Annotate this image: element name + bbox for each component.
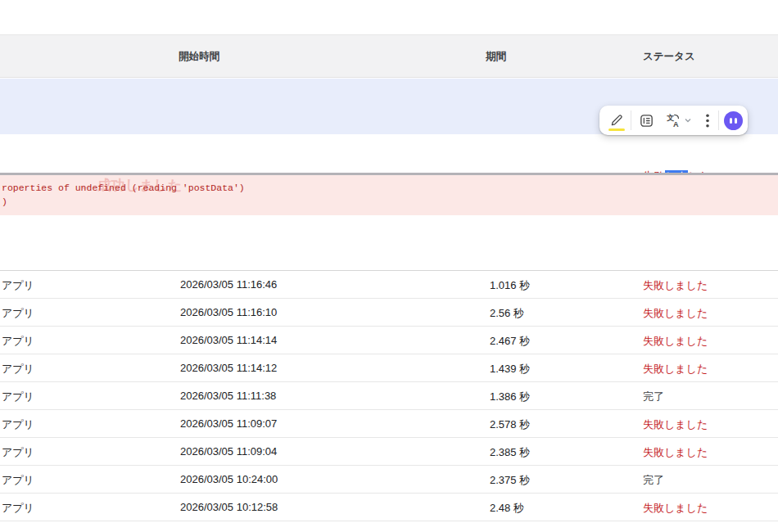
execution-row[interactable]: アプリ 2026/03/05 11:11:38 1.386 秒 完了 xyxy=(0,382,778,410)
execution-status: 失敗しました xyxy=(643,501,708,516)
execution-status: 失敗しました xyxy=(643,445,708,460)
more-options-icon xyxy=(706,114,709,128)
notes-button[interactable] xyxy=(631,108,661,133)
execution-start-time: 2026/03/05 11:09:07 xyxy=(180,417,277,430)
execution-type: アプリ xyxy=(2,417,34,432)
execution-type: アプリ xyxy=(2,473,34,488)
execution-duration: 2.578 秒 xyxy=(490,417,530,432)
error-message-line2: ) xyxy=(2,196,7,207)
executions-log-screen: 開始時間 期間 ステータス タ 2026/03/05 11:25:31 0.47… xyxy=(0,0,778,532)
execution-type: アプリ xyxy=(2,501,34,516)
highlight-color-bar xyxy=(608,128,625,132)
execution-row[interactable]: アプリ 2026/03/05 11:16:46 1.016 秒 失敗しました xyxy=(0,271,778,299)
execution-status: 失敗しました xyxy=(643,306,708,321)
executions-table-body: アプリ 2026/03/05 11:16:46 1.016 秒 失敗しました ア… xyxy=(0,271,778,521)
execution-row[interactable]: アプリ 2026/03/05 10:12:58 2.48 秒 失敗しました xyxy=(0,494,778,521)
execution-status: 完了 xyxy=(643,390,664,404)
execution-start-time: 2026/03/05 11:14:12 xyxy=(180,362,277,374)
execution-status: 失敗しました xyxy=(643,278,708,293)
execution-start-time: 2026/03/05 11:11:38 xyxy=(180,390,276,402)
column-header-start-time[interactable]: 開始時間 xyxy=(179,35,219,78)
execution-duration: 1.439 秒 xyxy=(490,362,530,376)
translate-button[interactable]: 文 A xyxy=(661,108,697,133)
execution-status: 完了 xyxy=(643,473,664,488)
execution-type: アプリ xyxy=(2,445,34,460)
execution-type: アプリ xyxy=(2,306,34,321)
error-log-panel: ← 成功しました roperties of undefined (reading… xyxy=(0,175,778,215)
execution-duration: 1.386 秒 xyxy=(490,390,530,404)
column-header-status[interactable]: ステータス xyxy=(643,35,695,78)
selection-context-toolbar: 文 A xyxy=(599,106,748,135)
execution-row[interactable]: アプリ 2026/03/05 11:09:07 2.578 秒 失敗しました xyxy=(0,410,778,438)
execution-type: アプリ xyxy=(2,362,34,376)
execution-start-time: 2026/03/05 11:16:46 xyxy=(180,278,277,291)
column-header-duration[interactable]: 期間 xyxy=(486,35,506,78)
chevron-down-icon xyxy=(684,116,692,124)
execution-start-time: 2026/03/05 11:14:14 xyxy=(180,334,277,346)
execution-status: 失敗しました xyxy=(643,362,708,376)
more-options-button[interactable] xyxy=(697,108,718,133)
execution-start-time: 2026/03/05 10:12:58 xyxy=(180,501,278,513)
execution-start-time: 2026/03/05 11:16:10 xyxy=(180,306,277,318)
execution-type: アプリ xyxy=(2,390,34,404)
highlighter-icon xyxy=(609,113,624,128)
highlight-button[interactable] xyxy=(603,108,631,133)
assistant-icon[interactable] xyxy=(724,111,743,130)
notes-icon xyxy=(639,113,654,128)
execution-row[interactable]: アプリ 2026/03/05 10:24:00 2.375 秒 完了 xyxy=(0,466,778,494)
translate-icon: 文 A xyxy=(666,113,681,128)
execution-row[interactable]: アプリ 2026/03/05 11:09:04 2.385 秒 失敗しました xyxy=(0,438,778,466)
execution-row[interactable]: アプリ 2026/03/05 11:16:10 2.56 秒 失敗しました xyxy=(0,299,778,327)
execution-row[interactable]: アプリ 2026/03/05 11:14:14 2.467 秒 失敗しました xyxy=(0,327,778,354)
table-header-row: 開始時間 期間 ステータス xyxy=(0,34,778,78)
execution-duration: 2.48 秒 xyxy=(490,501,524,516)
toolbar-divider xyxy=(718,110,719,130)
execution-duration: 2.385 秒 xyxy=(490,445,530,460)
execution-duration: 1.016 秒 xyxy=(490,278,530,293)
execution-type: アプリ xyxy=(2,334,34,349)
execution-start-time: 2026/03/05 11:09:04 xyxy=(180,445,277,458)
execution-row[interactable]: アプリ 2026/03/05 11:14:12 1.439 秒 失敗しました xyxy=(0,354,778,382)
execution-status: 失敗しました xyxy=(643,417,708,432)
execution-status: 失敗しました xyxy=(643,334,708,349)
execution-duration: 2.467 秒 xyxy=(490,334,530,349)
error-message-line1: roperties of undefined (reading 'postDat… xyxy=(2,183,245,193)
svg-text:A: A xyxy=(673,120,679,128)
execution-start-time: 2026/03/05 10:24:00 xyxy=(180,473,278,485)
execution-type: アプリ xyxy=(2,278,34,293)
execution-duration: 2.56 秒 xyxy=(490,306,524,321)
execution-duration: 2.375 秒 xyxy=(490,473,530,488)
